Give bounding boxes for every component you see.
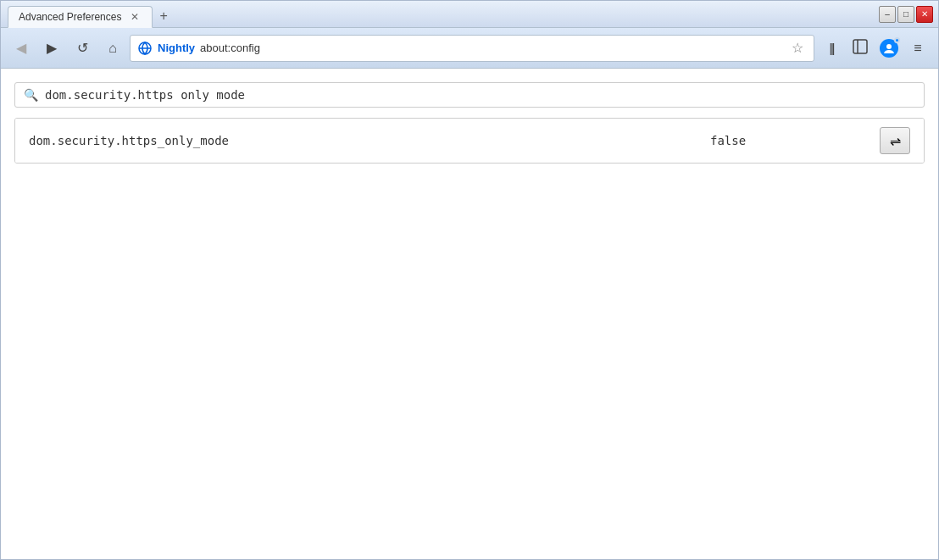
preference-table: dom.security.https_only_mode false ⇌ — [14, 118, 925, 164]
active-tab[interactable]: Advanced Preferences ✕ — [8, 6, 153, 28]
preference-name: dom.security.https_only_mode — [29, 134, 710, 147]
svg-point-4 — [886, 44, 892, 49]
back-icon: ◀ — [16, 40, 26, 56]
page-content: 🔍 dom.security.https_only_mode false ⇌ — [1, 69, 938, 559]
close-button[interactable]: ✕ — [916, 6, 933, 23]
avatar — [880, 39, 898, 58]
forward-icon: ▶ — [47, 40, 57, 56]
back-button[interactable]: ◀ — [8, 35, 35, 62]
sidebar-icon — [853, 39, 868, 58]
minimize-button[interactable]: – — [879, 6, 896, 23]
maximize-button[interactable]: □ — [897, 6, 914, 23]
tab-close-button[interactable]: ✕ — [128, 11, 142, 23]
nav-extras: ||| — [818, 35, 931, 62]
search-icon: 🔍 — [24, 88, 38, 102]
browser-window: Advanced Preferences ✕ + – □ ✕ ◀ ▶ ↺ ⌂ — [0, 0, 939, 560]
sidebar-button[interactable] — [847, 35, 874, 62]
address-input[interactable] — [200, 42, 783, 54]
reload-icon: ↺ — [77, 40, 88, 56]
hamburger-menu-icon: ≡ — [914, 41, 921, 56]
menu-button[interactable]: ≡ — [904, 35, 931, 62]
profile-button[interactable] — [875, 35, 903, 62]
home-icon: ⌂ — [108, 41, 117, 56]
forward-button[interactable]: ▶ — [38, 35, 65, 62]
bookmark-star-button[interactable]: ☆ — [788, 40, 807, 56]
navigation-bar: ◀ ▶ ↺ ⌂ Nightly ☆ — [1, 28, 938, 69]
nightly-label: Nightly — [158, 42, 195, 54]
home-button[interactable]: ⌂ — [99, 35, 126, 62]
library-button[interactable]: ||| — [818, 35, 845, 62]
preference-value: false — [710, 134, 880, 147]
address-bar[interactable]: Nightly ☆ — [130, 35, 814, 62]
browser-icon — [137, 41, 153, 56]
svg-rect-2 — [853, 40, 867, 53]
title-bar: Advanced Preferences ✕ + – □ ✕ — [1, 1, 938, 28]
preference-search-input[interactable] — [45, 88, 915, 102]
tab-label: Advanced Preferences — [19, 11, 121, 23]
preference-search-box[interactable]: 🔍 — [14, 82, 925, 108]
window-controls: – □ ✕ — [874, 1, 938, 27]
new-tab-button[interactable]: + — [153, 8, 174, 24]
library-icon: ||| — [830, 42, 834, 55]
star-icon: ☆ — [792, 41, 803, 55]
tabs-area: Advanced Preferences ✕ + — [1, 1, 874, 27]
reload-button[interactable]: ↺ — [69, 35, 96, 62]
toggle-icon: ⇌ — [890, 133, 901, 149]
preference-toggle-button[interactable]: ⇌ — [880, 127, 910, 154]
table-row: dom.security.https_only_mode false ⇌ — [15, 119, 924, 163]
